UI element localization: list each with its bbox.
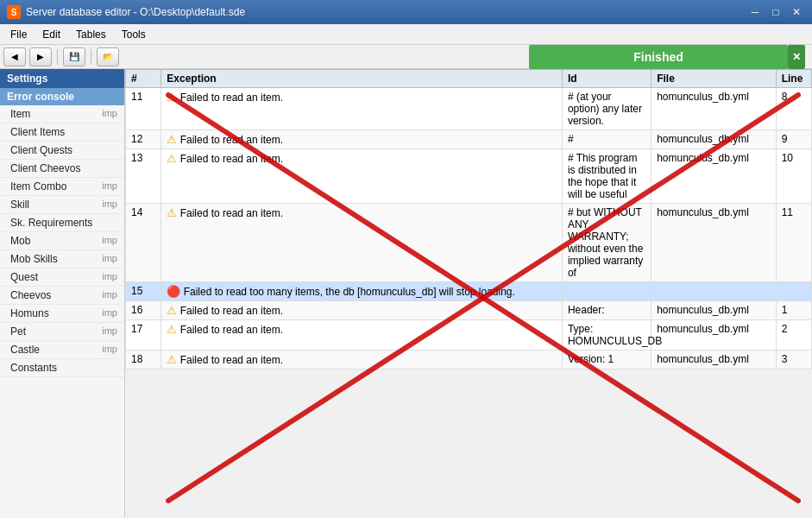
sidebar-item-label: Cheevos <box>10 289 51 301</box>
toolbar-sep-2 <box>91 49 91 65</box>
sidebar-item-skill[interactable]: Skill imp <box>0 196 124 214</box>
table-row[interactable]: 11 ⚠ Failed to read an item. # (at your … <box>126 88 812 130</box>
table-row[interactable]: 16 ⚠ Failed to read an item. Header: hom… <box>126 301 812 320</box>
title-bar: S Server database editor - O:\Desktop\de… <box>0 0 812 24</box>
table-row[interactable]: 18 ⚠ Failed to read an item. Version: 1 … <box>126 351 812 370</box>
sidebar-item-label: Constants <box>10 362 57 374</box>
sidebar-item-item-combo[interactable]: Item Combo imp <box>0 178 124 196</box>
toolbar-open[interactable]: 📂 <box>97 47 119 66</box>
cell-line <box>776 282 811 301</box>
toolbar-forward[interactable]: ▶ <box>29 47 52 66</box>
table-row[interactable]: 13 ⚠ Failed to read an item. # This prog… <box>126 149 812 204</box>
sidebar-item-label: Item Combo <box>10 180 66 193</box>
sidebar-item-label: Pet <box>10 325 26 338</box>
table-row[interactable]: 15 🔴 Failed to read too many items, the … <box>126 282 812 301</box>
sidebar-item-label: Skill <box>10 199 29 211</box>
sidebar-title: Settings <box>0 69 124 88</box>
sidebar-item-badge: imp <box>102 271 117 283</box>
sidebar-item-label: Quest <box>10 271 38 283</box>
cell-line: 3 <box>776 351 811 370</box>
table-row[interactable]: 14 ⚠ Failed to read an item. # but WITHO… <box>126 204 812 282</box>
cell-line: 8 <box>776 88 811 130</box>
sidebar-item-mob-skills[interactable]: Mob Skills imp <box>0 250 124 268</box>
menu-tables[interactable]: Tables <box>69 27 113 42</box>
toolbar-sep-1 <box>57 49 58 65</box>
toolbar-save[interactable]: 💾 <box>63 47 85 66</box>
cell-exception: ⚠ Failed to read an item. <box>161 88 563 130</box>
cell-exception: ⚠ Failed to read an item. <box>161 149 563 204</box>
window-title: Server database editor - O:\Desktop\defa… <box>26 6 245 18</box>
main-layout: Settings Error console Item imp Client I… <box>0 69 812 518</box>
cell-num: 13 <box>126 149 161 204</box>
finished-banner: Finished <box>529 45 788 69</box>
menu-edit[interactable]: Edit <box>35 27 67 42</box>
cell-id: # <box>562 130 651 149</box>
sidebar-item-client-quests[interactable]: Client Quests <box>0 142 124 160</box>
sidebar-item-badge: imp <box>102 325 117 338</box>
minimize-button[interactable]: ─ <box>746 5 764 19</box>
finished-close-button[interactable]: ✕ <box>788 45 805 69</box>
cell-file: homunculus_db.yml <box>651 204 777 282</box>
sidebar-item-client-items[interactable]: Client Items <box>0 123 124 142</box>
sidebar-item-label: Client Cheevos <box>10 162 80 174</box>
col-header-exception: Exception <box>161 70 563 88</box>
finished-label: Finished <box>633 50 683 64</box>
sidebar-item-badge: imp <box>102 108 117 120</box>
cell-exception: ⚠ Failed to read an item. <box>161 351 563 370</box>
sidebar-item-pet[interactable]: Pet imp <box>0 323 124 341</box>
menu-tools[interactable]: Tools <box>115 27 153 42</box>
maximize-button[interactable]: □ <box>767 5 784 19</box>
cell-num: 18 <box>126 351 161 370</box>
content-area: # Exception Id File Line 11 ⚠ Failed to … <box>125 69 812 518</box>
cell-exception: ⚠ Failed to read an item. <box>161 320 563 351</box>
cell-exception: 🔴 Failed to read too many items, the db … <box>161 282 563 301</box>
table-row[interactable]: 12 ⚠ Failed to read an item. # homunculu… <box>126 130 812 149</box>
cell-num: 17 <box>126 320 161 351</box>
warn-icon: ⚠ <box>167 133 177 146</box>
warn-icon: ⚠ <box>167 152 177 165</box>
sidebar-item-badge: imp <box>102 344 117 356</box>
cell-line: 10 <box>776 149 811 204</box>
col-header-id: Id <box>562 70 651 88</box>
sidebar-subtitle-error-console[interactable]: Error console <box>0 88 124 105</box>
warn-icon: ⚠ <box>167 304 177 317</box>
sidebar-item-badge: imp <box>102 307 117 319</box>
sidebar-item-sk-requirements[interactable]: Sk. Requirements <box>0 214 124 232</box>
cell-num: 15 <box>126 282 161 301</box>
sidebar-item-client-cheevos[interactable]: Client Cheevos <box>0 160 124 178</box>
sidebar-item-mob[interactable]: Mob imp <box>0 232 124 250</box>
menu-file[interactable]: File <box>3 27 34 42</box>
sidebar: Settings Error console Item imp Client I… <box>0 69 125 518</box>
warn-icon: ⚠ <box>167 353 177 366</box>
cell-id: # (at your option) any later version. <box>562 88 651 130</box>
cell-file: homunculus_db.yml <box>651 301 777 320</box>
error-icon: 🔴 <box>167 285 180 298</box>
cell-id: # but WITHOUT ANY WARRANTY; without even… <box>562 204 651 282</box>
toolbar-back[interactable]: ◀ <box>3 47 26 66</box>
sidebar-item-constants[interactable]: Constants <box>0 359 124 377</box>
sidebar-item-label: Mob <box>10 235 30 247</box>
table-row[interactable]: 17 ⚠ Failed to read an item. Type: HOMUN… <box>126 320 812 351</box>
window-controls: ─ □ ✕ <box>746 5 805 19</box>
cell-num: 14 <box>126 204 161 282</box>
warn-icon: ⚠ <box>167 206 177 219</box>
cell-id: # This program is distributed in the hop… <box>562 149 651 204</box>
cell-line: 9 <box>776 130 811 149</box>
error-table: # Exception Id File Line 11 ⚠ Failed to … <box>125 69 812 370</box>
cell-num: 11 <box>126 88 161 130</box>
close-button[interactable]: ✕ <box>788 5 805 19</box>
cell-exception: ⚠ Failed to read an item. <box>161 301 563 320</box>
warn-icon: ⚠ <box>167 323 177 336</box>
cell-id: Version: 1 <box>562 351 651 370</box>
col-header-line: Line <box>776 70 811 88</box>
table-container[interactable]: # Exception Id File Line 11 ⚠ Failed to … <box>125 69 812 518</box>
title-bar-left: S Server database editor - O:\Desktop\de… <box>7 5 245 19</box>
sidebar-item-homuns[interactable]: Homuns imp <box>0 305 124 323</box>
cell-line: 1 <box>776 301 811 320</box>
sidebar-item-castle[interactable]: Castle imp <box>0 341 124 359</box>
cell-file: homunculus_db.yml <box>651 320 777 351</box>
sidebar-item-quest[interactable]: Quest imp <box>0 268 124 287</box>
sidebar-item-item[interactable]: Item imp <box>0 105 124 123</box>
sidebar-item-cheevos[interactable]: Cheevos imp <box>0 287 124 305</box>
app-icon: S <box>7 5 21 19</box>
